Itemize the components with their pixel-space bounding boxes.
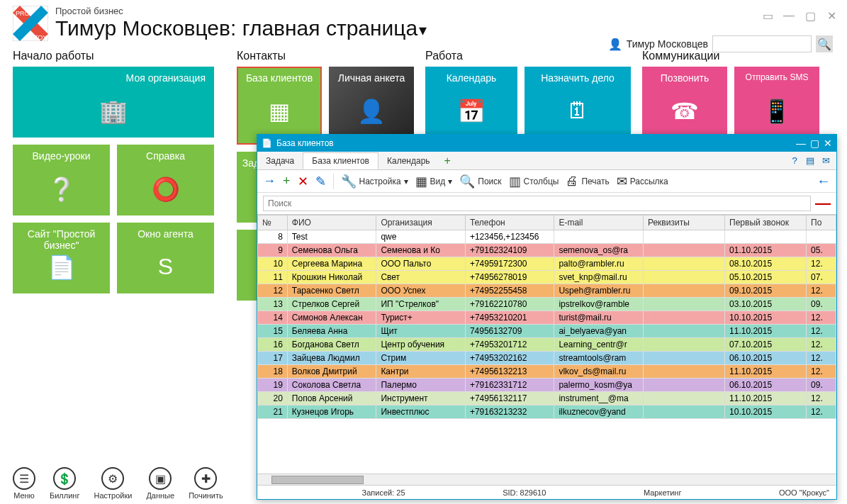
table-cell[interactable]: Test (287, 230, 376, 244)
table-cell[interactable] (643, 284, 724, 298)
collapse-button[interactable]: — (815, 194, 831, 213)
table-cell[interactable]: 09.10.2015 (725, 284, 807, 298)
table-cell[interactable]: 10.10.2015 (725, 405, 807, 419)
title-dropdown-icon[interactable]: ▾ (419, 21, 427, 39)
table-row[interactable]: 17Зайцева ЛюдмилСтрим+74953202162streamt… (258, 352, 836, 365)
table-cell[interactable]: 09. (807, 379, 836, 392)
table-cell[interactable]: svet_knp@mail.ru (554, 271, 644, 284)
popup-close-button[interactable]: ✕ (824, 138, 832, 149)
maximize-button[interactable]: ▢ (803, 9, 817, 23)
table-cell[interactable]: Сергеева Марина (287, 257, 376, 271)
table-cell[interactable]: 11 (258, 271, 288, 284)
table-cell[interactable]: 11.10.2015 (725, 325, 807, 338)
table-cell[interactable]: 01.10.2015 (725, 244, 807, 257)
table-cell[interactable]: 11.10.2015 (725, 365, 807, 379)
table-cell[interactable]: qwe (376, 230, 466, 244)
table-row[interactable]: 14Симонов АлексанТурист++74953210201turi… (258, 311, 836, 325)
table-row[interactable]: 9Семенова ОльгаСеменова и Ко+79162324109… (258, 244, 836, 257)
table-cell[interactable]: 20 (258, 392, 288, 405)
table-cell[interactable]: Беляева Анна (287, 325, 376, 338)
table-cell[interactable]: 8 (258, 230, 288, 244)
table-cell[interactable]: 17 (258, 352, 288, 365)
back-arrow-button[interactable]: ← (817, 173, 831, 189)
add-tab-button[interactable]: + (439, 155, 456, 167)
table-cell[interactable]: 10.10.2015 (725, 311, 807, 325)
table-cell[interactable] (643, 244, 724, 257)
tile-assign-task[interactable]: Назначить дело 🗓 (525, 67, 631, 138)
user-name[interactable]: Тимур Московцев (627, 38, 708, 50)
mailing-button[interactable]: ✉Рассылка (617, 174, 668, 189)
global-search-input[interactable] (712, 35, 812, 52)
settings-button[interactable]: ⚙Настройки (94, 467, 132, 500)
col-fio[interactable]: ФИО (287, 215, 376, 230)
table-row[interactable]: 16Богданова СветлЦентр обучения+74953201… (258, 338, 836, 352)
table-cell[interactable]: semenova_os@ra (554, 244, 644, 257)
col-number[interactable]: № (258, 215, 288, 230)
table-cell[interactable]: Тарасенко Светл (287, 284, 376, 298)
table-cell[interactable]: ilkuznecov@yand (554, 405, 644, 419)
scrollbar-thumb[interactable] (271, 476, 364, 484)
table-cell[interactable]: 07.10.2015 (725, 338, 807, 352)
search-icon[interactable]: 🔍 (816, 35, 833, 52)
table-cell[interactable]: 21 (258, 405, 288, 419)
table-cell[interactable]: 08.10.2015 (725, 257, 807, 271)
table-cell[interactable]: ООО Пальто (376, 257, 466, 271)
col-requisites[interactable]: Реквизиты (643, 215, 724, 230)
table-row[interactable]: 20Попов АрсенийИнструмент+74956132117ins… (258, 392, 836, 405)
table-cell[interactable] (643, 257, 724, 271)
table-cell[interactable]: Палермо (376, 379, 466, 392)
tile-video-tutorials[interactable]: Видео-уроки ❔ (13, 145, 110, 215)
table-cell[interactable]: Learning_centr@r (554, 338, 644, 352)
table-cell[interactable]: 05.10.2015 (725, 271, 807, 284)
table-cell[interactable]: Турист+ (376, 311, 466, 325)
table-cell[interactable]: 07. (807, 271, 836, 284)
table-cell[interactable]: 11.10.2015 (725, 392, 807, 405)
table-cell[interactable]: +74953201712 (465, 338, 554, 352)
col-email[interactable]: E-mail (554, 215, 644, 230)
table-cell[interactable]: 05. (807, 244, 836, 257)
tile-send-sms[interactable]: Отправить SMS 📱 (734, 67, 819, 138)
table-cell[interactable]: Семенова Ольга (287, 244, 376, 257)
tab-task[interactable]: Задача (257, 153, 303, 169)
table-cell[interactable]: Попов Арсений (287, 392, 376, 405)
billing-button[interactable]: 💲Биллинг (50, 467, 79, 500)
view-dropdown[interactable]: ▦Вид▾ (415, 174, 453, 189)
mail-icon[interactable]: ✉ (819, 155, 832, 167)
table-cell[interactable] (643, 325, 724, 338)
col-org[interactable]: Организация (376, 215, 466, 230)
table-cell[interactable]: Симонов Алексан (287, 311, 376, 325)
table-cell[interactable]: +74952255458 (465, 284, 554, 298)
table-cell[interactable]: +74959172300 (465, 257, 554, 271)
forward-button[interactable]: → (263, 174, 276, 189)
table-cell[interactable]: Кантри (376, 365, 466, 379)
data-button[interactable]: ▣Данные (146, 467, 174, 500)
settings-dropdown[interactable]: 🔧Настройка▾ (341, 174, 408, 189)
delete-button[interactable]: ✕ (298, 174, 308, 189)
table-cell[interactable]: ИП "Стрелков" (376, 298, 466, 311)
add-button[interactable]: + (283, 174, 291, 189)
table-cell[interactable] (643, 392, 724, 405)
table-cell[interactable]: Инструмент (376, 392, 466, 405)
config-icon[interactable]: ▤ (804, 155, 817, 167)
table-cell[interactable] (554, 230, 644, 244)
table-cell[interactable]: 12. (807, 352, 836, 365)
table-cell[interactable]: +74956278019 (465, 271, 554, 284)
table-cell[interactable]: Центр обучения (376, 338, 466, 352)
table-cell[interactable]: Щит (376, 325, 466, 338)
table-cell[interactable] (643, 311, 724, 325)
table-cell[interactable]: 12. (807, 311, 836, 325)
table-row[interactable]: 19Соколова СветлаПалермо+79162331712pale… (258, 379, 836, 392)
table-row[interactable]: 12Тарасенко СветлООО Успех+74952255458Us… (258, 284, 836, 298)
table-cell[interactable] (643, 271, 724, 284)
table-cell[interactable]: 09. (807, 298, 836, 311)
table-cell[interactable] (643, 338, 724, 352)
col-first-call[interactable]: Первый звонок (725, 215, 807, 230)
table-search-input[interactable] (263, 196, 811, 211)
table-cell[interactable]: +79162331712 (465, 379, 554, 392)
table-cell[interactable]: +74956132117 (465, 392, 554, 405)
table-cell[interactable]: 18 (258, 365, 288, 379)
table-cell[interactable]: +74953202162 (465, 352, 554, 365)
print-button[interactable]: 🖨Печать (566, 174, 609, 189)
table-cell[interactable]: Свет (376, 271, 466, 284)
tile-call[interactable]: Позвонить ☎ (642, 67, 727, 138)
